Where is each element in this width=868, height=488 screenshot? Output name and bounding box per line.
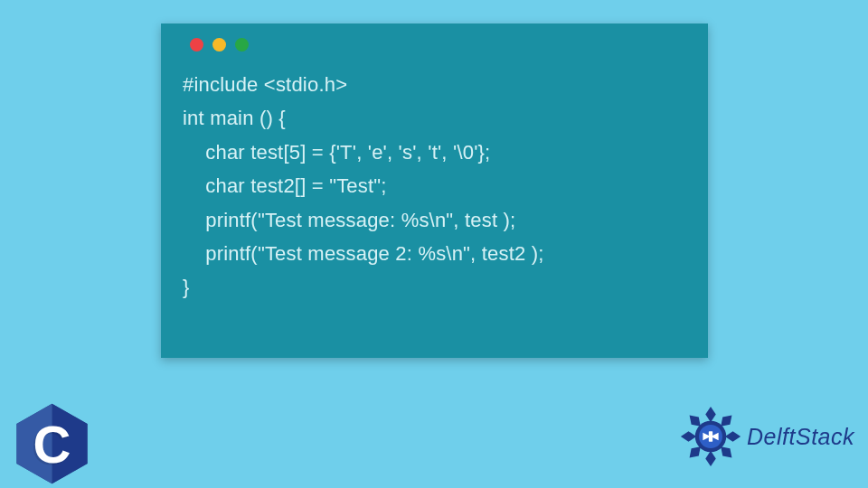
code-line: char test[5] = {'T', 'e', 's', 't', '\0'… bbox=[183, 141, 490, 164]
svg-marker-7 bbox=[705, 451, 716, 466]
footer-logos: C DelftStack bbox=[0, 407, 868, 488]
code-window: #include <stdio.h> int main () { char te… bbox=[161, 23, 708, 358]
svg-marker-5 bbox=[725, 431, 741, 442]
code-line: #include <stdio.h> bbox=[183, 73, 347, 96]
svg-rect-13 bbox=[709, 431, 712, 442]
delftstack-emblem-icon bbox=[678, 404, 743, 469]
code-line: } bbox=[183, 276, 190, 298]
code-line: printf("Test message: %s\n", test ); bbox=[183, 209, 515, 231]
maximize-dot-icon bbox=[235, 38, 249, 52]
code-line: printf("Test message 2: %s\n", test2 ); bbox=[183, 242, 544, 265]
c-letter-label: C bbox=[33, 414, 71, 474]
window-traffic-lights bbox=[190, 38, 686, 52]
close-dot-icon bbox=[190, 38, 203, 52]
svg-marker-3 bbox=[705, 407, 716, 422]
code-line: int main () { bbox=[183, 107, 286, 129]
code-line: char test2[] = "Test"; bbox=[183, 174, 387, 197]
minimize-dot-icon bbox=[212, 38, 226, 52]
delftstack-logo: DelftStack bbox=[678, 404, 854, 469]
brand-name-label: DelftStack bbox=[747, 424, 854, 450]
c-language-logo: C bbox=[14, 402, 90, 485]
code-block: #include <stdio.h> int main () { char te… bbox=[183, 68, 686, 305]
svg-marker-9 bbox=[681, 431, 696, 442]
